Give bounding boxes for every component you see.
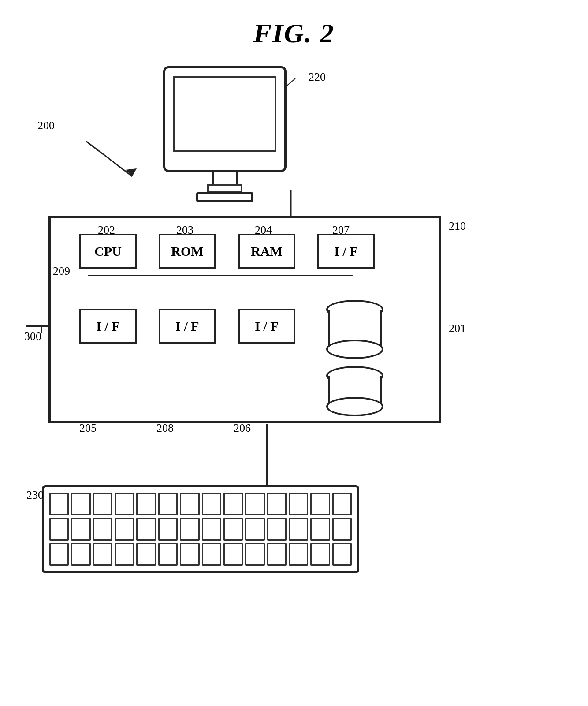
key-cell (289, 518, 308, 541)
key-cell (49, 543, 69, 566)
if-box-206: I / F (238, 309, 295, 344)
key-cell (267, 518, 287, 541)
label-204: 204 (255, 224, 272, 237)
key-cell (245, 543, 264, 566)
label-208: 208 (156, 422, 174, 435)
key-cell (115, 518, 134, 541)
key-cell (180, 543, 199, 566)
key-cell (71, 543, 90, 566)
keyboard-diagram (42, 485, 359, 573)
label-202: 202 (98, 224, 115, 237)
svg-line-2 (287, 78, 295, 86)
cpu-box: CPU (79, 234, 137, 269)
key-cell (49, 518, 69, 541)
key-cell (93, 518, 112, 541)
if-box-208: I / F (159, 309, 216, 344)
key-cell (136, 543, 156, 566)
label-206: 206 (234, 422, 251, 435)
key-cell (158, 493, 178, 515)
monitor-stand (207, 184, 242, 192)
monitor-outer (163, 66, 287, 172)
key-cell (245, 493, 264, 515)
key-cell (332, 543, 352, 566)
key-cell (310, 493, 330, 515)
key-cell (202, 493, 221, 515)
monitor-screen (173, 76, 276, 152)
key-cell (267, 493, 287, 515)
key-cell (245, 518, 264, 541)
key-cell (202, 543, 221, 566)
key-cell (332, 518, 352, 541)
key-cell (223, 493, 243, 515)
key-cell (115, 493, 134, 515)
key-cell (71, 493, 90, 515)
monitor-foot (196, 192, 253, 202)
key-cell (332, 493, 352, 515)
label-203: 203 (176, 224, 194, 237)
label-220: 220 (309, 71, 326, 84)
key-cell (310, 518, 330, 541)
key-cell (267, 543, 287, 566)
key-cell (49, 493, 69, 515)
rom-box: ROM (159, 234, 216, 269)
key-cell (93, 543, 112, 566)
if-box-205: I / F (79, 309, 137, 344)
monitor-neck (212, 172, 238, 185)
key-cell (158, 543, 178, 566)
label-210: 210 (449, 220, 466, 233)
storage-diagram (326, 300, 383, 416)
key-cell (136, 493, 156, 515)
key-cell (223, 518, 243, 541)
key-cell (289, 493, 308, 515)
key-cell (202, 518, 221, 541)
key-cell (71, 518, 90, 541)
figure-title: FIG. 2 (0, 18, 588, 49)
key-cell (180, 493, 199, 515)
label-230: 230 (26, 489, 44, 502)
key-cell (180, 518, 199, 541)
key-cell (223, 543, 243, 566)
key-cell (136, 518, 156, 541)
key-cell (115, 543, 134, 566)
key-cell (289, 543, 308, 566)
svg-marker-1 (126, 168, 137, 176)
ram-box: RAM (238, 234, 295, 269)
label-200: 200 (37, 119, 55, 132)
label-201: 201 (449, 322, 466, 335)
key-cell (310, 543, 330, 566)
key-cell (93, 493, 112, 515)
key-cell (158, 518, 178, 541)
keyboard-box (42, 485, 359, 573)
svg-line-0 (86, 141, 132, 176)
label-209: 209 (53, 265, 70, 278)
monitor-diagram (163, 66, 287, 202)
label-207: 207 (332, 224, 350, 237)
label-205: 205 (79, 422, 97, 435)
bus-line (88, 275, 353, 276)
if-box-207: I / F (317, 234, 375, 269)
label-300: 300 (24, 330, 41, 343)
